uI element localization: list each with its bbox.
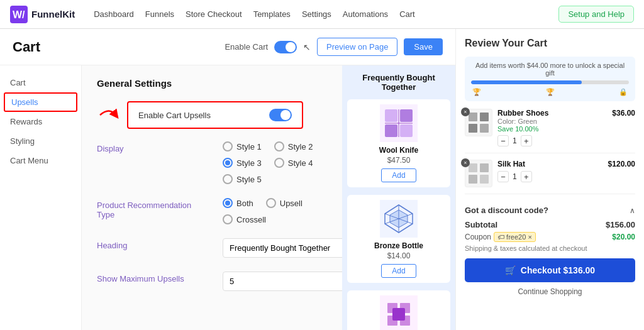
bronze-bottle-add-button[interactable]: Add: [381, 264, 416, 278]
style1-label: Style 1: [236, 142, 262, 151]
page-title: Cart: [13, 39, 40, 55]
rec-crossell[interactable]: Crossell: [223, 214, 327, 224]
nav-store-checkout[interactable]: Store Checkout: [186, 9, 242, 19]
recommendation-setting-row: Product Recommendation Type Both Upsell: [97, 198, 327, 224]
nav-templates[interactable]: Templates: [253, 9, 291, 19]
style5-label: Style 5: [236, 175, 262, 184]
setup-help-button[interactable]: Setup and Help: [558, 6, 634, 23]
cart-panel: Review Your Cart Add items worth $44.00 …: [455, 29, 644, 330]
preview-on-page-button[interactable]: Preview on Page: [317, 38, 397, 56]
main-wrapper: Cart Enable Cart ↖ Preview on Page Save …: [0, 29, 644, 330]
wool-knife-add-button[interactable]: Add: [381, 168, 416, 182]
sidebar-item-upsells[interactable]: Upsells: [4, 92, 77, 112]
coupon-remove-button[interactable]: ×: [528, 233, 531, 241]
display-style4[interactable]: Style 4: [274, 158, 313, 168]
both-radio[interactable]: [223, 198, 233, 208]
product-card-iron-pants: Iron Pants $75.00: [347, 290, 450, 330]
nav-automations[interactable]: Automations: [343, 9, 388, 19]
coupon-amount: $20.00: [612, 233, 635, 241]
subtotal-amount: $156.00: [606, 220, 635, 229]
style5-radio[interactable]: [223, 174, 233, 184]
wool-knife-image: [380, 104, 418, 142]
style3-label: Style 3: [236, 158, 262, 168]
subtotal-label: Subtotal: [465, 220, 497, 229]
max-upsells-input[interactable]: [223, 272, 342, 291]
silk-hat-qty-increase[interactable]: +: [521, 171, 532, 182]
settings-area: General Settings Enable Cart Upsells: [82, 65, 342, 330]
display-style3[interactable]: Style 3: [223, 158, 262, 168]
gift-icon-2: 🏆: [546, 88, 555, 96]
silk-hat-qty-decrease[interactable]: −: [497, 171, 509, 182]
heading-input[interactable]: [223, 238, 342, 258]
svg-rect-30: [480, 175, 489, 184]
display-setting-row: Display Style 1 Style 2: [97, 141, 327, 184]
discount-section[interactable]: Got a discount code? ∧: [465, 201, 635, 220]
lock-icon: 🔒: [619, 88, 628, 96]
nav-cart[interactable]: Cart: [399, 9, 415, 19]
rubber-shoes-qty-decrease[interactable]: −: [497, 135, 509, 146]
recommendation-label: Product Recommendation Type: [97, 198, 197, 219]
progress-bar-track: [471, 80, 629, 84]
sidebar: Cart Upsells Rewards Styling Cart Menu: [0, 65, 82, 330]
enable-cart-toggle[interactable]: [274, 41, 297, 53]
enable-upsells-box: Enable Cart Upsells: [127, 101, 303, 129]
enable-upsells-label: Enable Cart Upsells: [138, 111, 211, 120]
rubber-shoes-qty-value: 1: [513, 136, 517, 145]
svg-rect-28: [480, 163, 489, 172]
header-actions: Enable Cart ↖ Preview on Page Save: [225, 38, 443, 56]
upsell-radio[interactable]: [266, 198, 276, 208]
discount-label: Got a discount code?: [465, 206, 548, 215]
display-style1[interactable]: Style 1: [223, 141, 262, 151]
style4-label: Style 4: [288, 158, 313, 168]
coupon-row: Coupon 🏷 free20 × $20.00: [465, 232, 635, 242]
nav-funnels[interactable]: Funnels: [145, 9, 174, 19]
content-body: Cart Upsells Rewards Styling Cart Menu G…: [0, 65, 455, 330]
logo-text: FunnelKit: [31, 9, 75, 19]
max-upsells-setting-row: Show Maximum Upsells: [97, 272, 327, 291]
wool-knife-price: $47.50: [352, 156, 445, 165]
style3-radio[interactable]: [223, 158, 233, 168]
display-radio-group: Style 1 Style 2 Style 3: [223, 141, 327, 184]
nav-dashboard[interactable]: Dashboard: [94, 9, 134, 19]
rec-both[interactable]: Both: [223, 198, 253, 208]
checkout-button[interactable]: 🛒 Checkout $136.00: [465, 258, 635, 282]
continue-shopping-link[interactable]: Continue Shopping: [465, 287, 635, 296]
bronze-bottle-price: $14.00: [352, 251, 445, 260]
style4-radio[interactable]: [274, 158, 284, 168]
nav-settings[interactable]: Settings: [302, 9, 331, 19]
progress-text: Add items worth $44.00 more to unlock a …: [471, 62, 629, 77]
rubber-shoes-price: $36.00: [612, 109, 635, 118]
coupon-label: Coupon 🏷 free20 ×: [465, 232, 536, 242]
cart-icon: 🛒: [505, 265, 516, 275]
style2-radio[interactable]: [274, 141, 284, 151]
sidebar-item-cart-menu[interactable]: Cart Menu: [0, 151, 81, 170]
save-button[interactable]: Save: [404, 38, 443, 55]
enable-upsells-toggle[interactable]: [269, 109, 292, 121]
sidebar-item-styling[interactable]: Styling: [0, 131, 81, 151]
product-card-wool-knife: Wool Knife $47.50 Add: [347, 99, 450, 187]
svg-rect-24: [469, 124, 477, 133]
silk-hat-qty-control: − 1 +: [497, 171, 603, 182]
rec-upsell[interactable]: Upsell: [266, 198, 303, 208]
crossell-radio[interactable]: [223, 214, 233, 224]
rubber-shoes-qty-control: − 1 +: [497, 135, 607, 146]
svg-rect-5: [385, 124, 397, 137]
bronze-bottle-name: Bronze Bottle: [352, 241, 445, 250]
product-card-bronze-bottle: Bronze Bottle $14.00 Add: [347, 195, 450, 283]
svg-rect-4: [400, 109, 413, 122]
rubber-shoes-qty-increase[interactable]: +: [521, 135, 532, 146]
max-upsells-control: [223, 272, 342, 291]
sidebar-item-cart[interactable]: Cart: [0, 73, 81, 92]
svg-rect-29: [469, 175, 477, 184]
both-label: Both: [236, 199, 253, 208]
cart-item-rubber-shoes: × Rubber Shoes Color: Green Save 10.00% …: [465, 109, 635, 153]
rubber-shoes-close-button[interactable]: ×: [461, 107, 470, 116]
heading-control: [223, 238, 342, 258]
display-style2[interactable]: Style 2: [274, 141, 313, 151]
display-style5[interactable]: Style 5: [223, 174, 327, 184]
coupon-badge: 🏷 free20 ×: [494, 232, 536, 242]
gift-icon-1: 🏆: [472, 88, 481, 96]
style1-radio[interactable]: [223, 141, 233, 151]
silk-hat-close-button[interactable]: ×: [461, 158, 470, 167]
sidebar-item-rewards[interactable]: Rewards: [0, 112, 81, 131]
